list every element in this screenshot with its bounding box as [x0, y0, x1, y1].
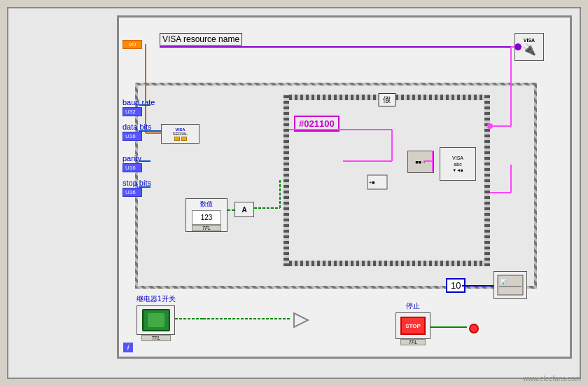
parity-control: parity U16: [122, 154, 142, 172]
baud-rate-control: baud rate U32: [122, 98, 155, 116]
numeric-control[interactable]: 数值 123 TFL: [186, 198, 227, 232]
svg-rect-8: [498, 275, 523, 295]
svg-text:📊: 📊: [500, 279, 507, 285]
stop-ifl: TFL: [400, 339, 426, 345]
visa-serial-block: VISA SERIAL: [161, 124, 200, 144]
numeric-label: 数值: [200, 199, 213, 209]
svg-rect-5: [368, 175, 387, 189]
data-bits-type[interactable]: U16: [122, 132, 142, 141]
watermark: www.elecfans.com: [523, 375, 581, 382]
visa-top-right-block: VISA 🔌: [514, 33, 544, 61]
stop-bits-control: stop bits U16: [122, 179, 151, 197]
data-bits-label: data bits: [122, 123, 152, 131]
stop-bits-label: stop bits: [122, 179, 151, 187]
main-canvas: VISA resource name 假 #021100 VISAabc ▼◄■…: [7, 7, 581, 379]
number-10-box: 10: [446, 278, 465, 293]
play-button[interactable]: [290, 310, 312, 332]
case-value: #021100: [294, 116, 340, 132]
parity-type[interactable]: U16: [122, 163, 142, 172]
svg-text:+■: +■: [369, 180, 374, 185]
case-structure: 假 #021100 VISAabc ▼◄■ ■■→: [284, 95, 490, 266]
baud-rate-type[interactable]: U32: [122, 107, 142, 116]
visa-resource-label: VISA resource name: [160, 33, 242, 46]
visa-write-block: VISAabc ▼◄■: [440, 147, 476, 181]
format-block: A: [234, 202, 254, 217]
case-selector[interactable]: 假: [378, 93, 396, 106]
baud-rate-label: baud rate: [122, 98, 155, 106]
data-bits-control: data bits U16: [122, 123, 152, 141]
svg-marker-7: [294, 313, 308, 327]
relay-label: 继电器1开关: [136, 294, 176, 304]
relay-control[interactable]: 继电器1开关 TFL: [136, 294, 176, 341]
read-component: 📊: [493, 271, 527, 299]
visa-resource-indicator: I/O: [122, 40, 142, 49]
concat-block: ■■→: [407, 151, 434, 173]
red-indicator: [469, 324, 479, 333]
relay-ifl: TFL: [141, 335, 171, 341]
info-icon: i: [123, 343, 133, 352]
stop-text: STOP: [405, 323, 421, 329]
diagram-area: VISA resource name 假 #021100 VISAabc ▼◄■…: [117, 15, 572, 359]
stop-bits-type[interactable]: U16: [122, 188, 142, 197]
parity-label: parity: [122, 154, 142, 163]
ifl-label: TFL: [192, 225, 221, 231]
stop-control[interactable]: 停止 STOP TFL: [396, 301, 430, 345]
stop-label: 停止: [406, 301, 420, 311]
numeric-value: 123: [192, 210, 221, 225]
